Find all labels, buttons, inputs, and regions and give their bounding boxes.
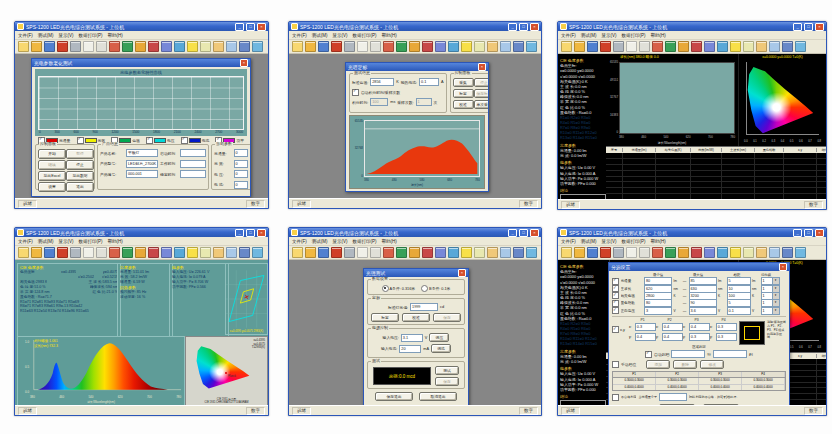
report-icon[interactable] bbox=[57, 247, 68, 258]
point-x-input[interactable]: 0.3 bbox=[716, 323, 737, 331]
maximize-button[interactable] bbox=[246, 23, 255, 31]
manual-button-1[interactable]: 删除 bbox=[673, 360, 697, 369]
time-field-input[interactable] bbox=[180, 170, 206, 178]
spectrum-chart-icon[interactable] bbox=[148, 41, 159, 52]
calibrate-pen-icon[interactable] bbox=[135, 41, 146, 52]
cancel-button[interactable]: 取消 bbox=[703, 404, 739, 405]
open-file-icon[interactable] bbox=[305, 41, 316, 52]
menu-item[interactable]: 帮助(H) bbox=[108, 239, 123, 244]
minimize-button[interactable] bbox=[508, 23, 517, 31]
network-icon[interactable] bbox=[122, 247, 133, 258]
spectrum-button-5[interactable]: 单次采集 bbox=[474, 100, 488, 109]
menu-item[interactable]: 数据打印(P) bbox=[79, 33, 103, 38]
spectrum-button-1[interactable]: 停止 bbox=[474, 78, 488, 87]
maximize-button[interactable] bbox=[519, 229, 528, 237]
time-field-input[interactable] bbox=[180, 160, 206, 168]
current-param-input[interactable]: 0 bbox=[234, 160, 249, 168]
bulb-off-icon[interactable] bbox=[743, 247, 754, 258]
condition-b-radio[interactable] bbox=[421, 285, 428, 292]
about-icon[interactable] bbox=[252, 41, 263, 52]
network-icon[interactable] bbox=[396, 41, 407, 52]
flashlight-icon[interactable] bbox=[704, 247, 715, 258]
pause-test-icon[interactable] bbox=[96, 41, 107, 52]
cloud-icon[interactable] bbox=[448, 41, 459, 52]
lamp-icon[interactable] bbox=[756, 247, 767, 258]
product-field-input[interactable]: 平板灯 bbox=[126, 149, 158, 157]
magnifier-icon[interactable] bbox=[769, 247, 780, 258]
print-icon[interactable] bbox=[613, 247, 624, 258]
spectrum-chart-icon[interactable] bbox=[691, 247, 702, 258]
current-input[interactable]: 0.1 bbox=[419, 78, 439, 86]
flashlight-icon[interactable] bbox=[435, 41, 446, 52]
checkbox-icon[interactable] bbox=[77, 137, 84, 144]
legend-item-4[interactable]: 电流 bbox=[181, 137, 210, 144]
lamp-icon[interactable] bbox=[213, 41, 224, 52]
window-titlebar[interactable]: SPS-1200 LED光色电综合测试系统 - 上位机 bbox=[558, 22, 826, 31]
start-test-icon[interactable] bbox=[626, 41, 637, 52]
report-icon[interactable] bbox=[57, 41, 68, 52]
aging-button-4[interactable]: 导出Excel bbox=[38, 171, 66, 181]
lamp-icon[interactable] bbox=[487, 41, 498, 52]
pause-test-icon[interactable] bbox=[370, 41, 381, 52]
set-current-button[interactable]: 调流 bbox=[431, 344, 451, 353]
flashlight-icon[interactable] bbox=[704, 41, 715, 52]
time-field-input[interactable] bbox=[180, 149, 206, 157]
menu-item[interactable]: 帮助(H) bbox=[651, 239, 666, 244]
cloud-icon[interactable] bbox=[174, 41, 185, 52]
calibrate-pen-icon[interactable] bbox=[678, 41, 689, 52]
network-icon[interactable] bbox=[122, 41, 133, 52]
save-exit-button[interactable]: 保存退出 bbox=[375, 392, 413, 401]
about-icon[interactable] bbox=[795, 41, 806, 52]
test-button[interactable]: 测试 bbox=[435, 366, 459, 375]
bulb-on-icon[interactable] bbox=[187, 41, 198, 52]
close-button[interactable] bbox=[815, 229, 824, 237]
export-icon[interactable] bbox=[782, 41, 793, 52]
open-file-icon[interactable] bbox=[305, 247, 316, 258]
close-button[interactable] bbox=[530, 229, 539, 237]
current-input[interactable]: 20 bbox=[399, 345, 421, 353]
maximize-button[interactable] bbox=[804, 23, 813, 31]
network-icon[interactable] bbox=[665, 41, 676, 52]
menu-item[interactable]: 测试(M) bbox=[581, 33, 597, 38]
close-icon[interactable] bbox=[240, 59, 248, 67]
about-icon[interactable] bbox=[526, 247, 537, 258]
bulb-off-icon[interactable] bbox=[200, 247, 211, 258]
open-file-icon[interactable] bbox=[31, 41, 42, 52]
start-test-icon[interactable] bbox=[83, 41, 94, 52]
cloud-icon[interactable] bbox=[448, 247, 459, 258]
window-titlebar[interactable]: SPS-1200 LED光色电综合测试系统 - 上位机 bbox=[289, 228, 541, 237]
export-icon[interactable] bbox=[239, 247, 250, 258]
spectrum-dialog-titlebar[interactable]: 光谱定标 bbox=[346, 63, 488, 71]
samples-input[interactable]: 1 bbox=[416, 98, 432, 106]
export-icon[interactable] bbox=[513, 41, 524, 52]
manual-button-2[interactable]: 修改 bbox=[700, 360, 724, 369]
print-icon[interactable] bbox=[344, 41, 355, 52]
stop-test-icon[interactable] bbox=[652, 247, 663, 258]
stop-test-icon[interactable] bbox=[652, 41, 663, 52]
point-y-input[interactable]: 0.3 bbox=[716, 333, 737, 341]
point-x-input[interactable]: 0.4 bbox=[689, 323, 710, 331]
legend-item-3[interactable]: 电压 bbox=[146, 137, 175, 144]
manual-button-0[interactable]: 添加 bbox=[646, 360, 670, 369]
calibrate-pen-icon[interactable] bbox=[678, 247, 689, 258]
menu-item[interactable]: 显示(V) bbox=[333, 33, 348, 38]
menu-item[interactable]: 显示(V) bbox=[333, 239, 348, 244]
start-test-icon[interactable] bbox=[626, 247, 637, 258]
lamp-icon[interactable] bbox=[756, 41, 767, 52]
priority-select[interactable]: 1 bbox=[761, 307, 780, 315]
open-file-icon[interactable] bbox=[574, 247, 585, 258]
window-titlebar[interactable]: SPS-1200 LED光色电综合测试系统 - 上位机 bbox=[289, 22, 541, 31]
save-icon[interactable] bbox=[44, 247, 55, 258]
current-param-input[interactable]: 0 bbox=[234, 170, 249, 178]
flashlight-icon[interactable] bbox=[161, 41, 172, 52]
menu-item[interactable]: 帮助(H) bbox=[651, 33, 666, 38]
menu-item[interactable]: 显示(V) bbox=[59, 33, 74, 38]
aging-button-5[interactable]: 导出数据 bbox=[66, 171, 94, 181]
checkbox-icon[interactable] bbox=[612, 307, 619, 314]
point-x-input[interactable]: 0.4 bbox=[662, 323, 683, 331]
current-param-input[interactable]: 0 bbox=[234, 149, 249, 157]
bulb-off-icon[interactable] bbox=[200, 41, 211, 52]
cancel-exit-button[interactable]: 取消退出 bbox=[419, 392, 457, 401]
bulb-on-icon[interactable] bbox=[187, 247, 198, 258]
point-y-input[interactable]: 0.3 bbox=[689, 333, 710, 341]
